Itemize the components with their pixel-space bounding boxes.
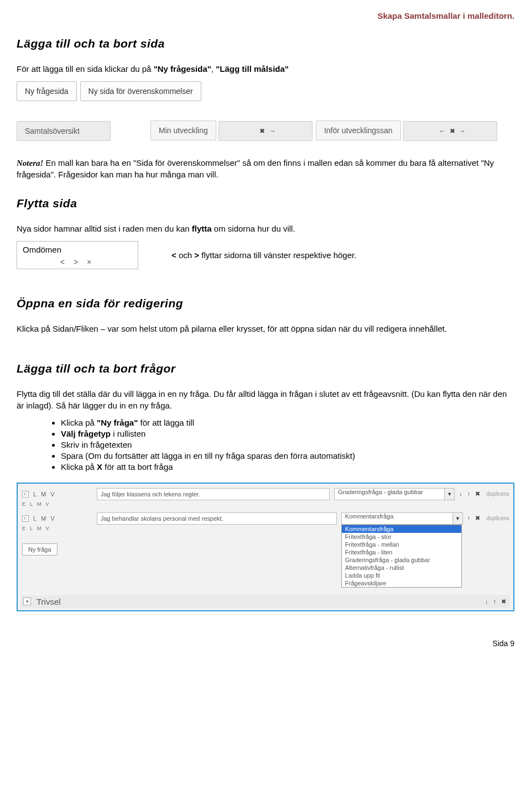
section-actions[interactable]: ↓ ↑ ✖: [485, 598, 508, 605]
dropdown-option[interactable]: Fritextfråga - stor: [342, 533, 461, 541]
tab-controls-a[interactable]: ✖ →: [218, 121, 313, 141]
section-title: Trivsel: [37, 597, 480, 606]
duplicate-link[interactable]: duplicera: [486, 491, 509, 497]
tab-samtalsoversikt[interactable]: Samtalsöversikt: [17, 121, 111, 141]
question-editor: E L M V Graderingsfråga - glada gubbar ▼…: [17, 483, 514, 611]
question-row: E L M V Graderingsfråga - glada gubbar ▼…: [21, 487, 510, 501]
dropdown-option[interactable]: Ladda upp fil: [342, 572, 461, 579]
heading-add-remove-questions: Lägga till och ta bort frågor: [17, 362, 514, 375]
level-E[interactable]: E: [22, 515, 29, 522]
list-item: Välj frågetyp i rullisten: [61, 429, 514, 438]
dropdown-option[interactable]: Fritextfråga - mellan: [342, 541, 461, 548]
question-type-select[interactable]: Kommentarsfråga: [341, 512, 453, 525]
chevron-down-icon[interactable]: ▼: [453, 512, 463, 525]
page-header: Skapa Samtalsmallar i malleditorn.: [17, 11, 514, 20]
list-item: Klicka på X för att ta bort fråga: [61, 462, 514, 472]
question-text-input[interactable]: [97, 512, 337, 525]
new-question-button[interactable]: Ny fråga: [22, 543, 58, 556]
heading-add-remove-page: Lägga till och ta bort sida: [17, 37, 514, 50]
level-L[interactable]: L: [33, 515, 37, 522]
tab-infor-utveckling[interactable]: Inför utvecklingssan: [316, 121, 401, 140]
list-item: Klicka på "Ny fråga" för att lägga till: [61, 418, 514, 427]
new-question-page-button[interactable]: Ny frågesida: [17, 81, 77, 101]
omdomen-row: Omdömen < > × < och > flyttar sidorna ti…: [17, 241, 514, 269]
chevron-down-icon[interactable]: ▼: [445, 488, 455, 500]
level-M[interactable]: M: [41, 491, 46, 497]
question-type-dropdown[interactable]: Kommentarsfråga Fritextfråga - stor Frit…: [341, 525, 462, 588]
row-actions[interactable]: ↓ ↑ ✖: [459, 490, 482, 497]
list-item: Skriv in frågetexten: [61, 440, 514, 449]
ui-new-page-controls: Ny frågesida Ny sida för överenskommelse…: [17, 81, 514, 153]
dropdown-option[interactable]: Graderingsfråga - glada gubbar: [342, 556, 461, 564]
intro-paragraph: För att lägga till en sida klickar du på…: [17, 64, 514, 75]
omdomen-controls[interactable]: < > ×: [23, 258, 132, 266]
level-V[interactable]: V: [50, 491, 54, 497]
level-M[interactable]: M: [41, 515, 46, 522]
tab-min-utveckling[interactable]: Min utveckling: [150, 121, 216, 140]
dropdown-option[interactable]: Frågeavskiljare: [342, 579, 461, 587]
row-actions[interactable]: ↑ ✖: [467, 515, 482, 522]
omdomen-tab[interactable]: Omdömen < > ×: [17, 241, 138, 269]
notera-paragraph: Notera! En mall kan bara ha en "Sida för…: [17, 158, 514, 180]
new-agreement-page-button[interactable]: Ny sida för överenskommelser: [80, 81, 201, 101]
question-text-input[interactable]: [97, 488, 330, 500]
tab-controls-b[interactable]: ← ✖ →: [403, 121, 497, 141]
open-page-paragraph: Klicka på Sidan/Fliken – var som helst u…: [17, 323, 514, 334]
level-L[interactable]: L: [33, 491, 37, 497]
dropdown-option[interactable]: Fritextfråga - liten: [342, 548, 461, 556]
section-header[interactable]: ▾ Trivsel ↓ ↑ ✖: [21, 595, 510, 608]
heading-move-page: Flytta sida: [17, 197, 514, 210]
collapse-toggle-icon[interactable]: ▾: [23, 598, 31, 605]
page-number: Sida 9: [17, 639, 514, 648]
level-V[interactable]: V: [50, 515, 54, 522]
duplicate-link[interactable]: duplicera: [486, 515, 509, 521]
list-item: Spara (Om du fortsätter att lägga in en …: [61, 451, 514, 460]
move-note: < och > flyttar sidorna till vänster res…: [171, 250, 356, 260]
dropdown-option[interactable]: Alternativfråga - rullist: [342, 564, 461, 572]
instructions-list: Klicka på "Ny fråga" för att lägga till …: [61, 418, 514, 472]
question-row: E L M V Kommentarsfråga ▼ Kommentarsfråg…: [21, 511, 510, 526]
dropdown-option[interactable]: Kommentarsfråga: [342, 525, 461, 533]
move-page-paragraph: Nya sidor hamnar alltid sist i raden men…: [17, 223, 514, 234]
heading-open-page: Öppna en sida för redigering: [17, 297, 514, 310]
add-question-paragraph: Flytta dig till det ställa där du vill l…: [17, 389, 514, 411]
level-E[interactable]: E: [22, 491, 29, 497]
red-arrow-icon: [490, 472, 499, 474]
question-type-select[interactable]: Graderingsfråga - glada gubbar: [334, 488, 445, 500]
